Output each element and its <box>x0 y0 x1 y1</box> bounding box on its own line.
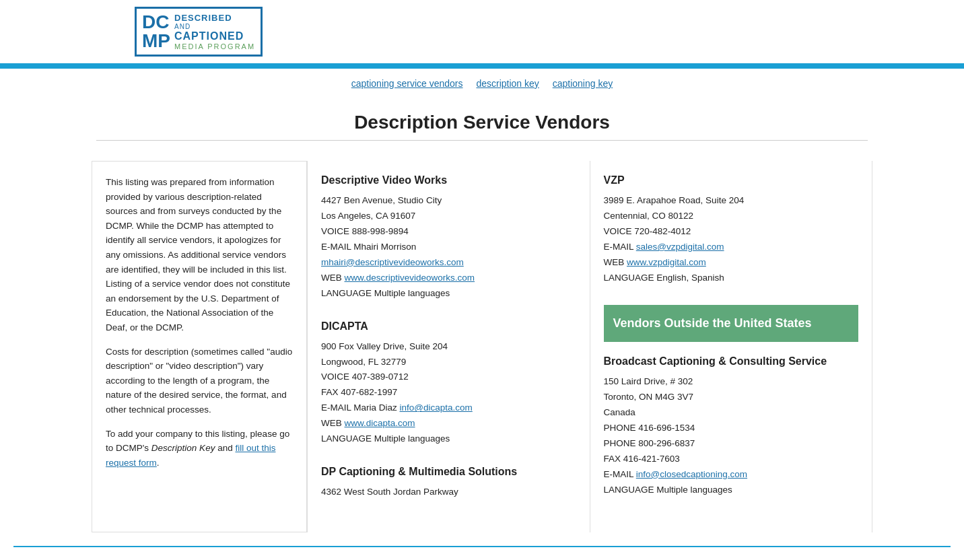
blue-bar <box>0 63 964 69</box>
dvw-web-link[interactable]: www.descriptivevideoworks.com <box>345 273 475 283</box>
logo-dc-letters: DCMP <box>142 13 170 50</box>
vzp-email-link[interactable]: sales@vzpdigital.com <box>636 242 724 252</box>
vendor-bc-info: 150 Laird Drive, # 302 Toronto, ON M4G 3… <box>604 374 859 498</box>
vendor-dp-captioning: DP Captioning & Multimedia Solutions 436… <box>321 466 576 500</box>
vendor-broadcast-captioning: Broadcast Captioning & Consulting Servic… <box>604 355 859 498</box>
vendor-vzp-info: 3989 E. Arapahoe Road, Suite 204 Centenn… <box>604 193 859 286</box>
nav-description-key[interactable]: description key <box>476 78 539 89</box>
left-panel: This listing was prepared from informati… <box>92 161 307 532</box>
main-content: This listing was prepared from informati… <box>78 154 886 539</box>
left-para1: This listing was prepared from informati… <box>106 175 293 335</box>
left-para3-and2: and <box>217 443 233 453</box>
vendor-dvw-info: 4427 Ben Avenue, Studio City Los Angeles… <box>321 193 576 302</box>
logo-text: DESCRIBED AND CAPTIONED MEDIA PROGRAM <box>174 13 255 50</box>
dicapta-email-link[interactable]: info@dicapta.com <box>400 403 473 413</box>
vendor-dicapta-name: DICAPTA <box>321 320 576 332</box>
col-middle: Descriptive Video Works 4427 Ben Avenue,… <box>307 161 590 532</box>
vzp-web-link[interactable]: www.vzpdigital.com <box>627 257 706 267</box>
left-para3: To add your company to this listing, ple… <box>106 427 293 470</box>
outside-us-header: Vendors Outside the United States <box>604 305 859 342</box>
page-title: Description Service Vendors <box>0 112 964 133</box>
vendors-area: Descriptive Video Works 4427 Ben Avenue,… <box>307 161 872 532</box>
logo-area: DCMP DESCRIBED AND CAPTIONED MEDIA PROGR… <box>135 7 263 57</box>
logo-described: DESCRIBED <box>174 13 255 23</box>
vendor-dp-info: 4362 West South Jordan Parkway <box>321 485 576 500</box>
vendor-dicapta-info: 900 Fox Valley Drive, Suite 204 Longwood… <box>321 339 576 448</box>
logo-media: MEDIA PROGRAM <box>174 42 255 50</box>
left-para2: Costs for description (sometimes called … <box>106 345 293 417</box>
logo-and: AND <box>174 23 255 30</box>
vendor-dp-name: DP Captioning & Multimedia Solutions <box>321 466 576 478</box>
logo-box: DCMP DESCRIBED AND CAPTIONED MEDIA PROGR… <box>135 7 263 57</box>
dicapta-web-link[interactable]: www.dicapta.com <box>345 418 415 428</box>
logo-captioned: CAPTIONED <box>174 30 255 42</box>
vendor-vzp-name: VZP <box>604 174 859 186</box>
nav-captioning-vendors[interactable]: captioning service vendors <box>351 78 463 89</box>
vendor-bc-name: Broadcast Captioning & Consulting Servic… <box>604 355 859 368</box>
title-divider <box>96 140 868 141</box>
bottom-divider <box>13 546 951 547</box>
nav: captioning service vendors description k… <box>0 69 964 98</box>
left-para3-suffix: . <box>157 458 160 468</box>
page-title-section: Description Service Vendors <box>0 98 964 154</box>
vendor-descriptive-video-works: Descriptive Video Works 4427 Ben Avenue,… <box>321 174 576 302</box>
col-right: VZP 3989 E. Arapahoe Road, Suite 204 Cen… <box>590 161 873 532</box>
description-key-italic: Description Key <box>151 443 215 453</box>
header: DCMP DESCRIBED AND CAPTIONED MEDIA PROGR… <box>0 0 964 63</box>
vendor-vzp: VZP 3989 E. Arapahoe Road, Suite 204 Cen… <box>604 174 859 286</box>
bc-email-link[interactable]: info@closedcaptioning.com <box>636 469 747 479</box>
vendor-dvw-name: Descriptive Video Works <box>321 174 576 186</box>
vendor-dicapta: DICAPTA 900 Fox Valley Drive, Suite 204 … <box>321 320 576 448</box>
nav-captioning-key[interactable]: captioning key <box>553 78 613 89</box>
dvw-email-link[interactable]: mhairi@descriptivevideoworks.com <box>321 257 464 267</box>
